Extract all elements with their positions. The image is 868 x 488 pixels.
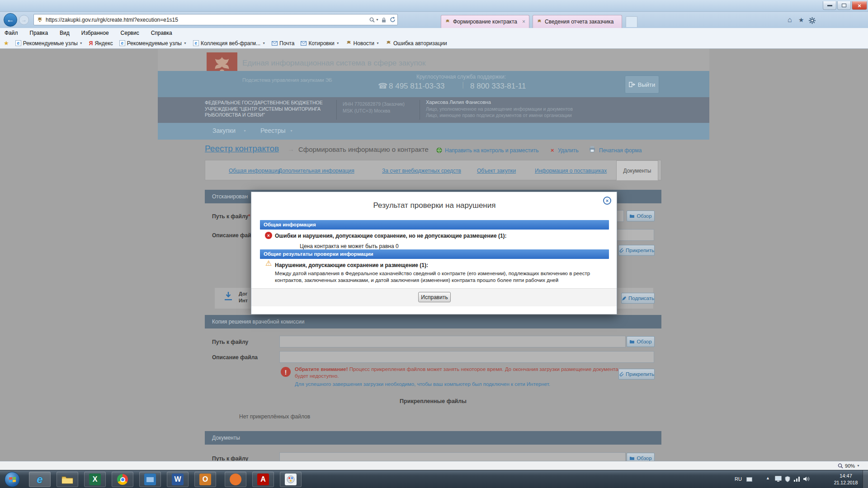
logout-label: Выйти [638, 81, 656, 88]
security-lock-icon[interactable] [382, 17, 386, 23]
language-indicator[interactable]: RU [735, 476, 742, 482]
browse-button[interactable]: Обзор [627, 336, 655, 347]
paperclip-icon [619, 248, 624, 253]
favorite-item-mail[interactable]: Почта [272, 40, 294, 47]
favorite-label: Рекомендуемые узлы [23, 40, 78, 47]
settings-gear-icon[interactable] [809, 17, 816, 26]
button-label: Прикрепить [626, 248, 654, 253]
sign-button[interactable]: Подписать [621, 293, 655, 304]
breadcrumb-current: Сформировать информацию о контракте [298, 145, 429, 153]
tray-keyboard-icon[interactable] [746, 476, 752, 483]
taskbar: e X W O A RU ▲ 14:47 21.12.2018 [0, 470, 868, 488]
taskbar-paint-icon[interactable] [280, 472, 302, 487]
favorite-item-yandex[interactable]: ЯЯндекс [89, 40, 113, 47]
taskbar-internet-explorer-icon[interactable]: e [29, 472, 51, 487]
action-delete[interactable]: Удалить [558, 147, 579, 154]
favorite-item-quotes[interactable]: Котировки▼ [301, 40, 339, 47]
address-bar[interactable]: https://zakupki.gov.ru/rgk/create.html?e… [33, 14, 398, 25]
support-phone-1: 8 495 811-03-33 [389, 82, 445, 91]
zoom-magnifier-icon[interactable] [838, 463, 843, 469]
search-icon[interactable]: ▼ [369, 17, 379, 23]
browser-status-bar: 90% ▼ [0, 461, 868, 470]
browse-button[interactable]: Обзор [627, 453, 655, 461]
file-path-input[interactable] [279, 452, 626, 461]
tray-network-icon[interactable] [794, 476, 800, 482]
tab-general-info[interactable]: Общая информация [229, 168, 280, 174]
taskbar-orange-app-icon[interactable] [225, 472, 246, 487]
folder-icon [629, 456, 635, 460]
new-tab-button[interactable] [626, 16, 637, 27]
forward-button[interactable]: → [19, 15, 29, 25]
file-path-input[interactable] [279, 336, 626, 347]
zoom-level[interactable]: 90% [845, 463, 855, 469]
search-caret-icon: ▼ [376, 18, 379, 21]
taskbar-word-icon[interactable]: W [167, 472, 189, 487]
tray-show-hidden-icon[interactable]: ▲ [766, 476, 770, 480]
restore-icon [842, 4, 846, 7]
menu-help[interactable]: Справка [151, 30, 172, 36]
taskbar-chrome-icon[interactable] [112, 472, 133, 487]
ie-page-icon: e [15, 40, 21, 46]
attach-button[interactable]: Прикрепить [618, 245, 655, 256]
back-button[interactable]: ← [4, 13, 17, 27]
menu-view[interactable]: Вид [60, 30, 70, 36]
menu-favorites[interactable]: Избранное [81, 30, 109, 36]
site-nav-band [158, 123, 709, 140]
browser-tab-inactive[interactable]: Сведения отчета заказчика [533, 15, 622, 28]
logout-button[interactable]: Выйти [625, 75, 659, 94]
file-desc-label: Описание файла [212, 354, 258, 361]
browser-tab-active[interactable]: Формирование контракта × [441, 15, 529, 28]
file-path-label: Путь к файлу [212, 339, 248, 345]
taskbar-remote-app-icon[interactable] [139, 472, 161, 487]
taskbar-outlook-icon[interactable]: O [194, 472, 216, 487]
tab-purchase-object[interactable]: Объект закупки [477, 168, 516, 174]
phone-divider: | [462, 81, 464, 89]
taskbar-explorer-icon[interactable] [57, 472, 78, 487]
window-minimize-button[interactable] [823, 1, 836, 10]
nav-menu-registries[interactable]: Реестры [260, 127, 286, 134]
minimize-icon [827, 5, 832, 6]
section-title: Документы [212, 435, 240, 441]
fix-button[interactable]: Исправить [418, 292, 451, 302]
favorite-item-news[interactable]: Новости▼ [346, 40, 379, 47]
section-title: Отсканирован [212, 193, 248, 200]
tab-extrabudget[interactable]: За счет внебюджетных средств [382, 168, 461, 174]
nav-menu-purchases[interactable]: Закупки [212, 127, 236, 134]
action-print-form[interactable]: Печатная форма [599, 147, 642, 154]
add-favorite-star-icon[interactable]: ★ [4, 40, 9, 47]
window-restore-button[interactable] [837, 1, 851, 10]
home-icon[interactable]: ⌂ [788, 16, 792, 24]
action-send-to-control[interactable]: Направить на контроль и разместить [445, 147, 538, 154]
tab-suppliers-info[interactable]: Информация о поставщиках [535, 168, 607, 174]
tab-additional-info[interactable]: Дополнительная информация [278, 168, 354, 174]
taskbar-clock[interactable]: 14:47 21.12.2018 [831, 473, 861, 486]
tab-close-icon[interactable]: × [522, 19, 525, 25]
taskbar-excel-icon[interactable]: X [84, 472, 106, 487]
globe-icon [436, 147, 442, 153]
window-close-button[interactable]: × [852, 1, 867, 10]
favorite-item-auth-error[interactable]: Ошибка авторизации [386, 40, 447, 47]
tray-shield-icon[interactable] [785, 476, 790, 482]
tray-monitor-icon[interactable] [775, 476, 782, 482]
taskbar-acrobat-icon[interactable]: A [252, 472, 274, 487]
show-desktop-button[interactable] [863, 470, 868, 488]
support-label: Круглосуточная служба поддержки: [389, 74, 533, 80]
favorites-star-icon[interactable]: ★ [798, 16, 804, 23]
refresh-icon[interactable] [390, 17, 396, 23]
favorite-item-recommended-2[interactable]: eРекомендуемые узлы▼ [119, 40, 187, 47]
menu-tools[interactable]: Сервис [121, 30, 139, 36]
menu-file[interactable]: Файл [5, 30, 18, 36]
breadcrumb-root-link[interactable]: Реестр контрактов [205, 144, 279, 154]
browse-button[interactable]: Обзор [627, 211, 655, 221]
attach-button[interactable]: Прикрепить [618, 369, 655, 380]
file-desc-input[interactable] [279, 351, 654, 363]
favorite-item-recommended-1[interactable]: eРекомендуемые узлы▼ [15, 40, 83, 47]
org-divider [420, 100, 420, 120]
start-button[interactable] [5, 472, 20, 487]
favorite-item-web-slices[interactable]: eКоллекция веб-фрагм...▼ [193, 40, 265, 47]
tab-documents-active[interactable]: Документы [616, 160, 658, 180]
menu-edit[interactable]: Правка [30, 30, 48, 36]
tray-volume-icon[interactable] [803, 476, 810, 482]
envelope-icon [301, 41, 307, 46]
pen-icon [622, 296, 627, 301]
